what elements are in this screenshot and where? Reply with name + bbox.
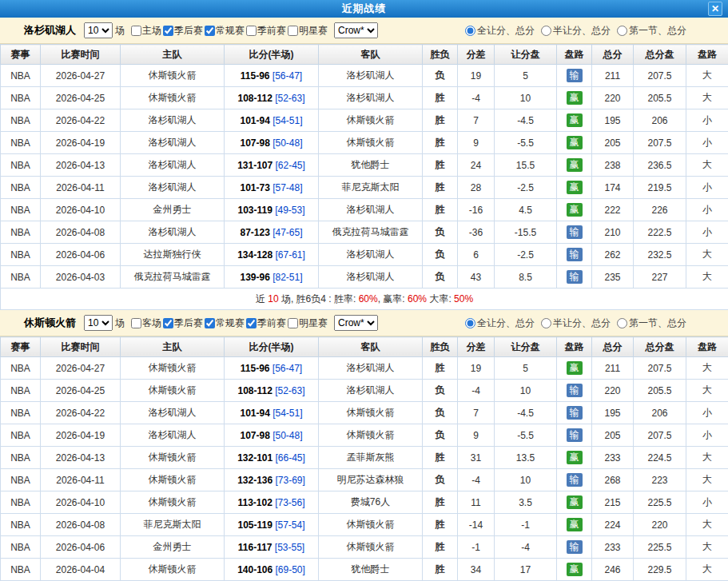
radio-option-1[interactable]: 半让分、总分 <box>541 316 611 330</box>
filter-checkbox-2[interactable]: 常规赛 <box>205 316 245 330</box>
filter-checkbox-1[interactable]: 季后赛 <box>163 24 203 38</box>
radio-option-0[interactable]: 全让分、总分 <box>465 24 535 38</box>
cell-total-line: 226 <box>634 199 686 221</box>
filter-checkbox-1[interactable]: 季后赛 <box>163 316 203 330</box>
filter-checkbox-input[interactable] <box>131 26 141 36</box>
radio-option-0[interactable]: 全让分、总分 <box>465 316 535 330</box>
filter-type-select[interactable]: Crow* <box>334 315 378 331</box>
cell-home-team: 休斯顿火箭 <box>121 87 225 109</box>
radio-input[interactable] <box>465 318 475 328</box>
cell-total-points: 211 <box>592 65 634 87</box>
cell-total-points: 262 <box>592 244 634 266</box>
cell-over-under: 大 <box>686 266 728 289</box>
filter-checkbox-4[interactable]: 明星赛 <box>288 316 328 330</box>
column-header: 盘路 <box>557 45 592 65</box>
filter-checkbox-input[interactable] <box>288 318 298 328</box>
cell-over-under: 小 <box>686 109 728 132</box>
cell-total-points: 233 <box>592 536 634 559</box>
filter-checkbox-3[interactable]: 季前赛 <box>246 24 286 38</box>
cell-league: NBA <box>1 65 41 87</box>
cell-date: 2026-04-06 <box>41 244 121 266</box>
cell-handicap-line: 10 <box>495 469 557 491</box>
filter-checkbox-2[interactable]: 常规赛 <box>205 24 245 38</box>
cell-result: 胜 <box>423 514 458 536</box>
column-header: 客队 <box>319 45 423 65</box>
radio-input[interactable] <box>465 26 475 36</box>
filter-checkbox-4[interactable]: 明星赛 <box>288 24 328 38</box>
score-fulltime: 115-96 <box>241 70 270 82</box>
cell-handicap-line: -4.5 <box>495 402 557 424</box>
cell-handicap-result: 输 <box>557 244 592 266</box>
filter-checkbox-input[interactable] <box>205 26 215 36</box>
cell-home-team: 达拉斯独行侠 <box>121 244 225 266</box>
cell-handicap-result: 赢 <box>557 357 592 380</box>
filter-checkbox-label: 常规赛 <box>216 316 245 330</box>
column-header: 总分 <box>592 337 634 357</box>
cell-home-team: 休斯顿火箭 <box>121 469 225 491</box>
cell-total-points: 210 <box>592 221 634 244</box>
filter-checkbox-input[interactable] <box>163 26 173 36</box>
filter-checkbox-input[interactable] <box>131 318 141 328</box>
score-halftime: [69-50] <box>273 564 305 575</box>
filter-checkbox-input[interactable] <box>163 318 173 328</box>
cell-over-under: 小 <box>686 402 728 424</box>
radio-option-2[interactable]: 第一节、总分 <box>617 316 686 330</box>
score-fulltime: 140-106 <box>237 564 273 575</box>
handicap-result-badge: 输 <box>567 69 583 82</box>
cell-total-line: 205.5 <box>634 380 686 402</box>
column-header: 比分(半场) <box>225 45 319 65</box>
summary-segment: 60% <box>408 293 427 304</box>
cell-handicap-result: 输 <box>557 469 592 491</box>
cell-handicap-result: 输 <box>557 424 592 447</box>
cell-home-team: 休斯顿火箭 <box>121 357 225 380</box>
filter-type-select[interactable]: Crow* <box>334 22 378 38</box>
radio-option-2[interactable]: 第一节、总分 <box>617 24 686 38</box>
cell-away-team: 洛杉矶湖人 <box>319 380 423 402</box>
close-icon[interactable]: ✕ <box>708 2 722 16</box>
score-halftime: [57-54] <box>273 519 305 531</box>
cell-handicap-result: 赢 <box>557 154 592 177</box>
radio-option-1[interactable]: 半让分、总分 <box>541 24 611 38</box>
cell-away-team: 洛杉矶湖人 <box>319 357 423 380</box>
radio-option-label: 半让分、总分 <box>553 24 611 38</box>
games-count-select[interactable]: 10 <box>84 315 113 331</box>
cell-total-points: 195 <box>592 109 634 132</box>
handicap-result-badge: 赢 <box>567 495 583 509</box>
cell-total-points: 233 <box>592 447 634 469</box>
cell-away-team: 洛杉矶湖人 <box>319 199 423 221</box>
radio-input[interactable] <box>541 26 551 36</box>
filter-checkbox-0[interactable]: 客场 <box>131 316 161 330</box>
filter-checkbox-input[interactable] <box>246 318 257 328</box>
cell-score: 107-98 [50-48] <box>225 424 319 447</box>
handicap-result-badge: 输 <box>567 270 583 284</box>
radio-input[interactable] <box>617 318 627 328</box>
cell-handicap-result: 输 <box>557 266 592 289</box>
filter-checkbox-input[interactable] <box>246 26 257 36</box>
cell-over-under: 小 <box>686 132 728 154</box>
column-header: 客队 <box>319 337 423 357</box>
summary-segment: 50% <box>454 293 473 304</box>
cell-over-under: 大 <box>686 380 728 402</box>
cell-handicap-result: 赢 <box>557 447 592 469</box>
cell-total-points: 220 <box>592 380 634 402</box>
cell-handicap-line: -2.5 <box>495 244 557 266</box>
score-fulltime: 107-98 <box>240 137 269 149</box>
filter-checkbox-input[interactable] <box>288 26 298 36</box>
score-halftime: [49-53] <box>273 205 305 216</box>
cell-total-points: 222 <box>592 199 634 221</box>
filter-checkbox-0[interactable]: 主场 <box>131 24 161 38</box>
cell-home-team: 休斯顿火箭 <box>121 65 225 87</box>
cell-handicap-result: 赢 <box>557 559 592 581</box>
filter-checkbox-input[interactable] <box>205 318 215 328</box>
radio-input[interactable] <box>541 318 551 328</box>
cell-date: 2026-04-10 <box>41 199 121 221</box>
cell-total-line: 206 <box>634 109 686 132</box>
games-count-select[interactable]: 10 <box>84 22 113 38</box>
cell-league: NBA <box>1 109 41 132</box>
cell-over-under: 大 <box>686 559 728 581</box>
filter-checkbox-3[interactable]: 季前赛 <box>246 316 286 330</box>
cell-over-under: 小 <box>686 221 728 244</box>
radio-input[interactable] <box>617 26 627 36</box>
cell-total-points: 220 <box>592 87 634 109</box>
games-suffix-label: 场 <box>115 316 125 330</box>
